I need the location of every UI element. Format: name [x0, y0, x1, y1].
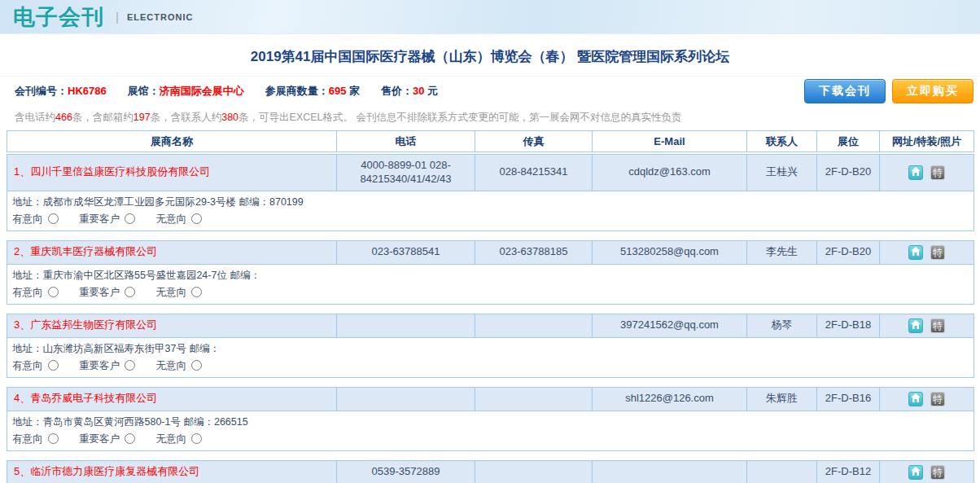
intent-radio-group: 有意向 重要客户 无意向 — [7, 211, 974, 231]
special-decoration-icon[interactable]: 特 — [930, 245, 945, 260]
page-title: 2019第41届中国国际医疗器械（山东）博览会（春） 暨医院管理国际系列论坛 — [0, 34, 980, 76]
interested-radio[interactable] — [48, 360, 59, 371]
brand-band: 电子会刊 | ELECTRONIC — [0, 0, 980, 34]
exhibitor-block: 5、临沂市德力康医疗康复器械有限公司 0539-3572889 2F-D-B12… — [7, 460, 973, 483]
col-header-phone: 电话 — [337, 131, 475, 152]
not-interested-radio[interactable] — [191, 287, 202, 297]
exhibitor-block: 1、四川千里倍益康医疗科技股份有限公司 4000-8899-01 028-842… — [7, 154, 973, 231]
radio-label-interested: 有意向 — [12, 287, 43, 298]
website-home-icon[interactable] — [908, 165, 923, 180]
intent-radio-group: 有意向 重要客户 无意向 — [7, 284, 974, 305]
phone-cell — [337, 387, 475, 411]
phone-cell: 023-63788541 — [337, 240, 475, 264]
booth-cell: 2F-D-B16 — [817, 387, 880, 411]
catalog-info-bar: 会刊编号：HK6786 展馆：济南国际会展中心 参展商数量：695 家 售价：3… — [0, 76, 980, 108]
website-home-icon[interactable] — [908, 465, 923, 480]
address-line: 地址：成都市成华区龙潭工业园多元国际29-3号楼 邮编：870199 — [7, 191, 974, 211]
col-header-fax: 传真 — [475, 131, 593, 152]
booth-cell: 2F-D-B18 — [817, 314, 880, 337]
col-header-links: 网址/特装/照片 — [880, 131, 974, 152]
website-home-icon[interactable] — [908, 392, 923, 406]
booth-cell: 2F-D-B20 — [817, 240, 880, 264]
address-line: 地址：青岛市黄岛区黄河西路580-1号 邮编：266515 — [7, 411, 974, 431]
venue-value: 济南国际会展中心 — [160, 85, 244, 97]
radio-label-interested: 有意向 — [12, 213, 43, 225]
company-name: 1、四川千里倍益康医疗科技股份有限公司 — [14, 165, 210, 178]
important-client-radio[interactable] — [125, 360, 135, 371]
catalog-number-value: HK6786 — [68, 85, 107, 97]
fax-cell — [475, 314, 593, 337]
venue: 展馆：济南国际会展中心 — [128, 84, 244, 99]
col-header-email: E-Mail — [593, 131, 747, 152]
not-interested-radio[interactable] — [191, 360, 202, 371]
exhibitor-block: 4、青岛乔威电子科技有限公司 shl1226@126.com 朱辉胜 2F-D-… — [7, 387, 973, 451]
radio-label-important: 重要客户 — [79, 213, 120, 225]
interested-radio[interactable] — [48, 287, 59, 297]
col-header-booth: 展位 — [817, 131, 880, 152]
table-row: 4、青岛乔威电子科技有限公司 shl1226@126.com 朱辉胜 2F-D-… — [7, 387, 974, 411]
fax-cell: 028-84215341 — [475, 155, 593, 191]
logo-separator: | — [116, 10, 119, 24]
booth-cell: 2F-D-B12 — [817, 460, 880, 483]
price: 售价：30 元 — [381, 84, 438, 99]
interested-radio[interactable] — [48, 433, 59, 444]
table-header: 展商名称 电话 传真 E-Mail 联系人 展位 网址/特装/照片 — [7, 130, 974, 152]
important-client-radio[interactable] — [125, 287, 135, 297]
phone-count: 466 — [55, 112, 72, 123]
contact-cell: 李先生 — [747, 240, 817, 264]
site-logo: 电子会刊 — [13, 2, 104, 32]
not-interested-radio[interactable] — [191, 433, 202, 444]
radio-label-important: 重要客户 — [79, 287, 120, 298]
booth-cell: 2F-D-B20 — [817, 155, 880, 191]
contact-cell: 杨琴 — [747, 314, 817, 337]
special-decoration-icon[interactable]: 特 — [930, 392, 945, 406]
radio-label-notinterested: 无意向 — [155, 287, 186, 298]
important-client-radio[interactable] — [125, 433, 135, 444]
radio-label-interested: 有意向 — [12, 360, 43, 371]
fax-cell — [475, 460, 593, 483]
email-count: 197 — [133, 112, 151, 123]
address-line: 地址：重庆市渝中区北区路55号盛世嘉园24-7位 邮编： — [7, 264, 974, 284]
website-home-icon[interactable] — [908, 245, 923, 260]
table-row: 2、重庆凯丰医疗器械有限公司 023-63788541 023-63788185… — [7, 240, 974, 264]
price-value: 30 — [413, 85, 424, 97]
download-catalog-button[interactable]: 下载会刊 — [804, 79, 886, 103]
table-row: 3、广东益邦生物医疗有限公司 397241562@qq.com 杨琴 2F-D-… — [7, 314, 974, 337]
buy-now-button[interactable]: 立即购买 — [892, 79, 973, 103]
email-cell: cdqldz@163.com — [593, 155, 747, 191]
radio-label-important: 重要客户 — [79, 433, 120, 445]
special-decoration-icon[interactable]: 特 — [930, 465, 945, 480]
website-home-icon[interactable] — [908, 318, 923, 333]
phone-cell: 4000-8899-01 028-84215340/41/42/43 — [337, 155, 475, 191]
logo-subtitle: ELECTRONIC — [127, 12, 194, 22]
email-cell: shl1226@126.com — [593, 387, 747, 411]
table-row: 1、四川千里倍益康医疗科技股份有限公司 4000-8899-01 028-842… — [7, 155, 974, 191]
disclaimer-line: 含电话约466条，含邮箱约197条，含联系人约380条，可导出EXCEL格式。 … — [0, 108, 980, 130]
col-header-contact: 联系人 — [747, 131, 817, 152]
price-label: 售价： — [381, 85, 413, 97]
radio-label-notinterested: 无意向 — [155, 213, 186, 225]
phone-cell: 0539-3572889 — [337, 460, 475, 483]
exhibitor-count-label: 参展商数量： — [265, 85, 329, 97]
company-name: 3、广东益邦生物医疗有限公司 — [14, 318, 157, 331]
interested-radio[interactable] — [48, 213, 59, 224]
company-name: 4、青岛乔威电子科技有限公司 — [14, 392, 157, 404]
radio-label-interested: 有意向 — [12, 433, 43, 445]
company-name: 2、重庆凯丰医疗器械有限公司 — [14, 245, 157, 257]
not-interested-radio[interactable] — [191, 213, 202, 224]
exhibitor-block: 3、广东益邦生物医疗有限公司 397241562@qq.com 杨琴 2F-D-… — [7, 314, 973, 378]
email-cell — [593, 460, 747, 483]
email-cell: 397241562@qq.com — [593, 314, 747, 337]
special-decoration-icon[interactable]: 特 — [930, 318, 945, 333]
phone-cell — [337, 314, 475, 337]
catalog-number-label: 会刊编号： — [15, 85, 68, 97]
exhibitor-block: 2、重庆凯丰医疗器械有限公司 023-63788541 023-63788185… — [7, 240, 973, 305]
special-decoration-icon[interactable]: 特 — [930, 165, 945, 180]
intent-radio-group: 有意向 重要客户 无意向 — [7, 431, 974, 451]
fax-cell: 023-63788185 — [475, 240, 593, 264]
fax-cell — [475, 387, 593, 411]
contact-cell: 朱辉胜 — [747, 387, 817, 411]
radio-label-important: 重要客户 — [79, 360, 120, 371]
important-client-radio[interactable] — [125, 213, 135, 224]
table-row: 5、临沂市德力康医疗康复器械有限公司 0539-3572889 2F-D-B12… — [7, 460, 974, 483]
